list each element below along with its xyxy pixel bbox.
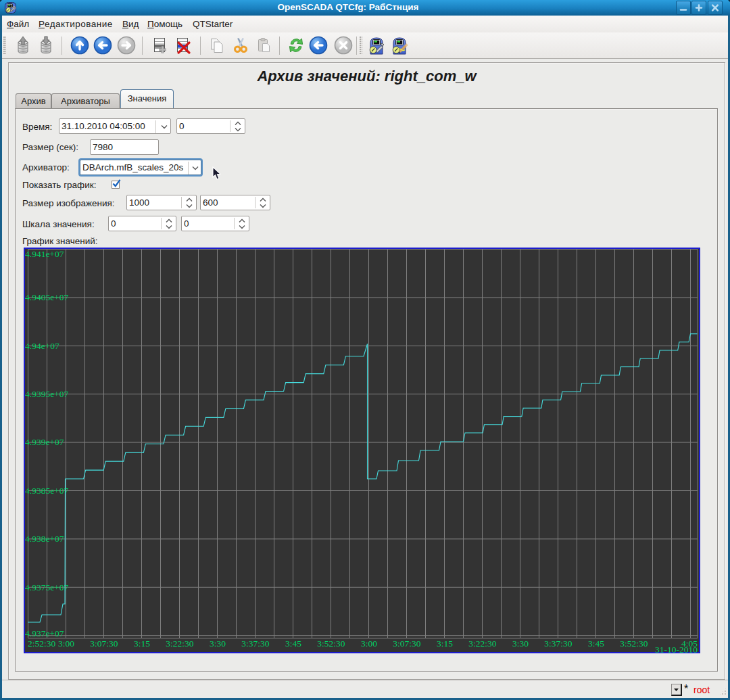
svg-text:3:00: 3:00 [58, 638, 74, 649]
svg-text:4.9395e+07: 4.9395e+07 [25, 389, 68, 399]
svg-text:4.9405e+07: 4.9405e+07 [25, 292, 68, 302]
svg-text:31-10-2010: 31-10-2010 [655, 645, 698, 653]
svg-text:3:30: 3:30 [512, 638, 529, 649]
svg-text:3:52:30: 3:52:30 [620, 638, 648, 649]
svg-text:3:22:30: 3:22:30 [468, 638, 497, 649]
svg-text:3:07:30: 3:07:30 [393, 638, 421, 649]
svg-text:4.937e+07: 4.937e+07 [25, 628, 64, 638]
svg-text:4.941e+07: 4.941e+07 [25, 249, 64, 259]
svg-text:3:30: 3:30 [210, 638, 226, 649]
svg-text:3:15: 3:15 [134, 638, 150, 649]
svg-text:3:37:30: 3:37:30 [241, 638, 270, 649]
svg-text:2:52:30: 2:52:30 [28, 638, 56, 649]
svg-text:3:15: 3:15 [437, 638, 453, 649]
svg-text:4.939e+07: 4.939e+07 [25, 437, 64, 447]
svg-text:4.938e+07: 4.938e+07 [25, 534, 64, 544]
svg-text:4.9385e+07: 4.9385e+07 [25, 486, 68, 496]
svg-text:4.94e+07: 4.94e+07 [25, 341, 59, 351]
svg-text:3:45: 3:45 [588, 638, 604, 649]
svg-text:3:00: 3:00 [361, 638, 377, 649]
svg-text:3:22:30: 3:22:30 [166, 638, 194, 649]
svg-text:4.9375e+07: 4.9375e+07 [25, 582, 68, 592]
svg-text:3:45: 3:45 [285, 638, 301, 649]
svg-text:3:52:30: 3:52:30 [317, 638, 345, 649]
svg-text:3:07:30: 3:07:30 [90, 638, 118, 649]
svg-text:3:37:30: 3:37:30 [544, 638, 573, 649]
